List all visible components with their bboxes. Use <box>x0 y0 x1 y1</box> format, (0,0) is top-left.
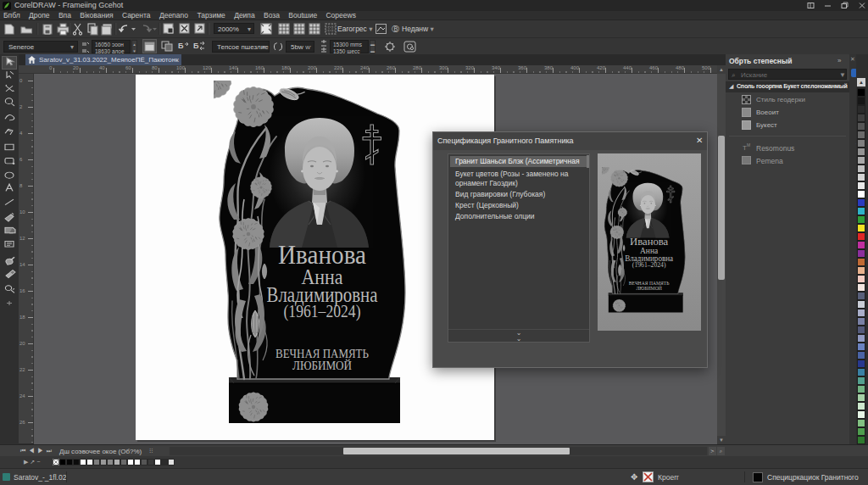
svg-text:Б: Б <box>178 42 184 50</box>
svg-text:Б: Б <box>193 42 199 50</box>
